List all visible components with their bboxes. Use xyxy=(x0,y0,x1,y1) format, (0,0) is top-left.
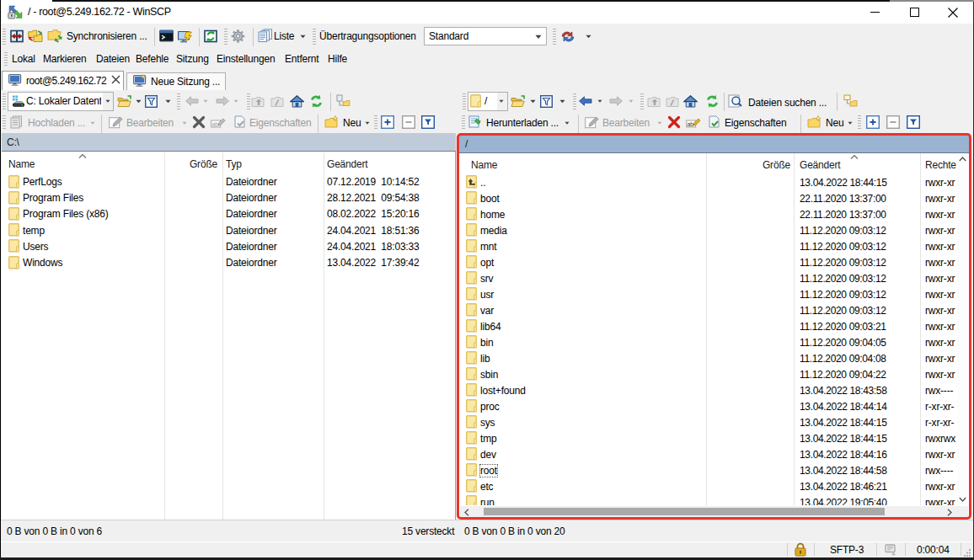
svg-text:ab: ab xyxy=(688,121,694,127)
svg-text:ab: ab xyxy=(212,121,219,127)
